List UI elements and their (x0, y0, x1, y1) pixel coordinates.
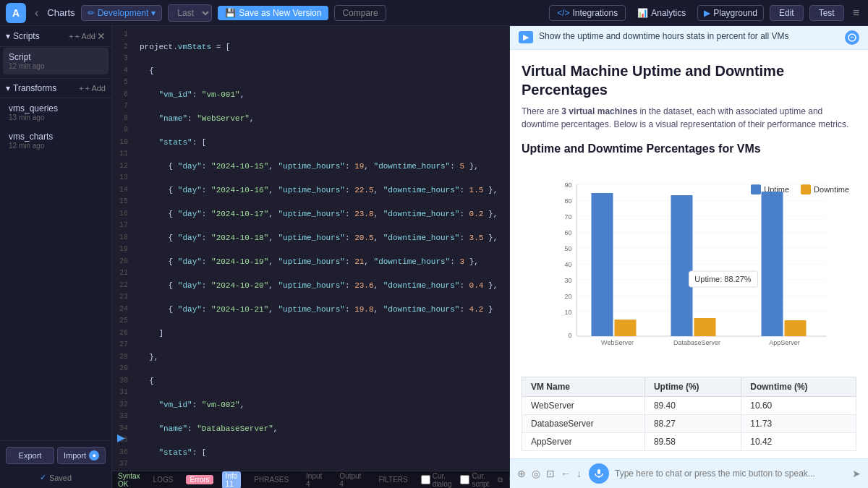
chat-input-field[interactable] (615, 468, 845, 479)
transforms-toggle[interactable]: ▾ Transforms (6, 83, 56, 93)
cur-dialog-checkbox-label: Cur. dialog (421, 472, 452, 488)
svg-text:80: 80 (564, 197, 571, 205)
syntax-ok: Syntax OK (118, 472, 140, 488)
errors-badge[interactable]: Errors (186, 475, 213, 484)
playground-icon: ▶ (704, 8, 710, 18)
mic-button[interactable] (589, 463, 609, 484)
bar-appserver-downtime[interactable] (785, 320, 807, 336)
export-import-row: Export Import ● (0, 441, 111, 470)
expand-panel-button[interactable]: ▶ (519, 31, 533, 43)
bar-webserver-downtime[interactable] (615, 320, 637, 336)
svg-text:90: 90 (564, 181, 571, 189)
svg-text:20: 20 (564, 293, 571, 300)
cur-script-checkbox-label: Cur. script (460, 472, 489, 488)
chart-section-title: Uptime and Downtime Percentages for VMs (522, 142, 856, 155)
sidebar-header: ▾ Scripts + + Add ✕ (0, 26, 111, 47)
bar-chart-wrapper: 90 80 70 60 50 40 30 20 (522, 177, 856, 365)
save-label: Save as New Version (239, 8, 321, 18)
chart-description: There are 3 virtual machines in the data… (522, 105, 856, 131)
vms-queries-name: vms_queries (9, 103, 103, 114)
phrases-tab[interactable]: PHRASES (250, 474, 293, 485)
close-sidebar-button[interactable]: ✕ (97, 30, 106, 42)
output-tab[interactable]: Output 4 (335, 471, 365, 489)
vm-data-table: VM Name Uptime (%) Downtime (%) WebServe… (522, 377, 856, 451)
run-arrow-area: ▶ i (114, 432, 128, 443)
statusbar-copy-icon[interactable]: ⧉ (498, 476, 503, 484)
sidebar-item-vms-charts[interactable]: vms_charts 12 min ago (3, 127, 109, 154)
chat-tool-1[interactable]: ⊕ (516, 466, 527, 481)
topbar: A ‹ Charts ✏ Development ▾ Last 💾 Save a… (0, 0, 868, 26)
page-title: Charts (47, 7, 75, 18)
bar-appserver-uptime[interactable] (762, 192, 783, 336)
save-icon: 💾 (225, 8, 236, 18)
code-lines: 123 456 789 101112 131415 161718 192021 … (112, 26, 509, 471)
plus-icon: + (69, 32, 73, 40)
line-numbers: 123 456 789 101112 131415 161718 192021 … (112, 26, 134, 471)
bar-dbserver-downtime[interactable] (694, 318, 716, 336)
bar-dbserver-uptime[interactable] (671, 195, 693, 336)
prompt-text: Show the uptime and downtime hours stats… (539, 30, 839, 43)
sidebar-actions: + + Add ✕ (69, 30, 106, 42)
chat-tool-4[interactable]: ← (559, 466, 572, 481)
table-cell-downtime: 10.60 (741, 397, 856, 415)
chat-send-button[interactable]: ➤ (851, 466, 862, 481)
statusbar: Syntax OK LOGS Errors Info 11 PHRASES In… (112, 471, 509, 488)
test-button[interactable]: Test (809, 5, 844, 21)
version-select[interactable]: Last (168, 4, 212, 22)
logs-tab[interactable]: LOGS (149, 474, 178, 485)
table-cell-downtime: 11.73 (741, 415, 856, 433)
branch-dot: ✏ (88, 8, 95, 18)
scripts-label: Scripts (13, 31, 40, 41)
analytics-icon: 📊 (637, 8, 648, 18)
chat-tool-2[interactable]: ◎ (530, 466, 542, 481)
cur-dialog-checkbox[interactable] (421, 475, 430, 484)
chat-tool-5[interactable]: ↓ (575, 466, 583, 481)
branch-button[interactable]: ✏ Development ▾ (81, 5, 163, 21)
table-cell-uptime: 88.27 (644, 415, 741, 433)
table-row: AppServer 89.58 10.42 (522, 433, 856, 451)
import-label: Import (64, 451, 86, 460)
chat-tool-3[interactable]: ⊡ (545, 466, 556, 481)
add-script-button[interactable]: + + Add (69, 30, 95, 42)
vms-queries-time: 13 min ago (9, 114, 103, 121)
table-cell-uptime: 89.40 (644, 397, 741, 415)
table-cell-uptime: 89.58 (644, 433, 741, 451)
table-row: DatabaseServer 88.27 11.73 (522, 415, 856, 433)
run-arrow[interactable]: ▶ (114, 432, 128, 443)
export-button[interactable]: Export (6, 447, 54, 464)
vms-charts-name: vms_charts (9, 132, 103, 142)
bar-webserver-uptime[interactable] (592, 193, 613, 336)
import-button[interactable]: Import ● (57, 447, 106, 464)
analytics-button[interactable]: 📊 Analytics (631, 6, 692, 20)
sidebar-item-script[interactable]: Script 12 min ago (3, 48, 109, 74)
input-tab[interactable]: Input 4 (302, 471, 326, 489)
scripts-toggle[interactable]: ▾ Scripts (6, 31, 40, 41)
info-badge[interactable]: Info 11 (222, 471, 242, 489)
sidebar-item-vms-queries[interactable]: vms_queries 13 min ago (3, 99, 109, 126)
integrations-button[interactable]: </> Integrations (549, 5, 626, 21)
table-cell-downtime: 10.42 (741, 433, 856, 451)
edit-button[interactable]: Edit (770, 5, 804, 21)
playground-label: Playground (713, 8, 757, 18)
branch-label: Development (98, 8, 149, 18)
cur-script-checkbox[interactable] (460, 475, 469, 484)
svg-text:40: 40 (564, 261, 571, 268)
filters-tab[interactable]: FILTERS (374, 474, 412, 485)
table-body: WebServer 89.40 10.60 DatabaseServer 88.… (522, 397, 856, 451)
playground-button[interactable]: ▶ Playground (697, 5, 764, 21)
svg-text:AppServer: AppServer (769, 339, 800, 346)
svg-text:DatabaseServer: DatabaseServer (673, 339, 720, 346)
table-cell-vm: DatabaseServer (522, 415, 645, 433)
code-area[interactable]: project.vmStats = [ { "vm_id": "vm-001",… (134, 26, 509, 471)
svg-text:60: 60 (564, 229, 571, 236)
menu-button[interactable]: ≡ (850, 5, 862, 21)
compare-button[interactable]: Compare (334, 5, 386, 21)
add-label2: + Add (85, 84, 106, 93)
add-transform-button[interactable]: + + Add (79, 84, 106, 93)
table-header-vm: VM Name (522, 377, 645, 397)
right-panel-chat: ⊕ ◎ ⊡ ← ↓ ➤ (510, 458, 868, 488)
import-badge: ● (89, 450, 99, 461)
back-button[interactable]: ‹ (32, 5, 41, 21)
editor-content[interactable]: 123 456 789 101112 131415 161718 192021 … (112, 26, 509, 471)
save-new-version-button[interactable]: 💾 Save as New Version (218, 6, 328, 20)
